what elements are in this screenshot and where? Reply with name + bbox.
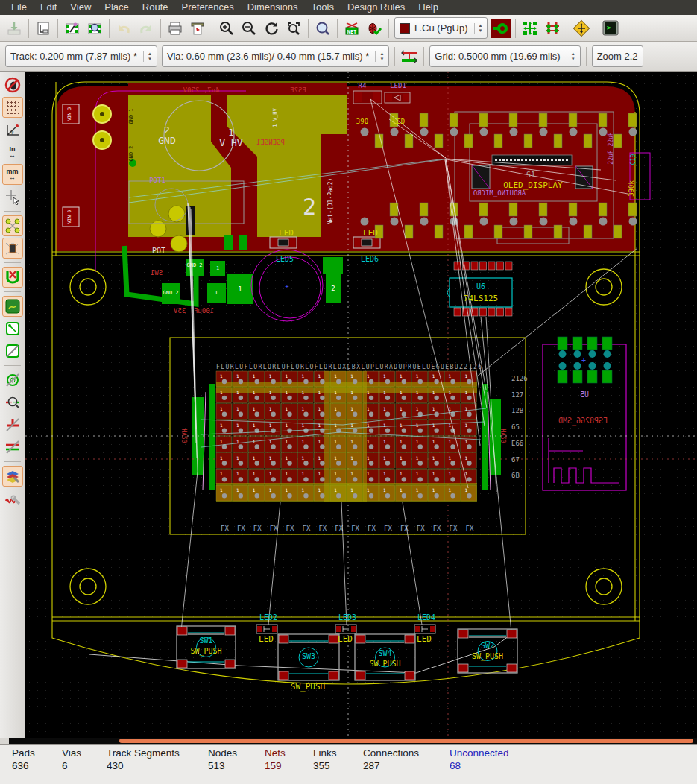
pcb-canvas[interactable]: GND 2 GND 2 1 1 1 2 + (25, 72, 697, 738)
matrix-pad-number: 1 (432, 455, 435, 461)
menu-preferences[interactable]: Preferences (175, 0, 241, 15)
matrix-pad-number: 1 (253, 390, 256, 395)
tracks-sketch-button[interactable] (2, 414, 23, 435)
matrix-pad (222, 477, 227, 481)
zones-nofill-button[interactable] (2, 341, 23, 361)
matrix-pad (467, 477, 471, 481)
find-button[interactable] (312, 17, 334, 39)
drc-button[interactable] (363, 17, 385, 39)
module-editor-button[interactable] (61, 17, 83, 39)
smd-pad (584, 225, 592, 238)
zoom-in-icon (218, 20, 235, 37)
svg-text:1: 1 (228, 127, 234, 138)
undo-button[interactable] (113, 17, 135, 39)
python-console-button[interactable]: >_ (599, 17, 622, 39)
menu-tools[interactable]: Tools (305, 0, 341, 15)
h-scrollbar-thumb[interactable] (119, 739, 693, 743)
matrix-pad-number: 1 (400, 406, 403, 411)
layer-manager-toggle[interactable] (490, 17, 512, 39)
polar-coords-icon: φ (4, 121, 21, 138)
polar-coords-button[interactable]: φ (2, 119, 23, 140)
svg-text:U5: U5 (580, 391, 589, 399)
matrix-cell (412, 437, 428, 452)
footprint-mode-button[interactable] (519, 17, 541, 39)
menu-bar: File Edit View Place Route Preferences D… (0, 0, 697, 15)
h-scrollbar[interactable] (0, 738, 697, 744)
zones-outline-button[interactable] (2, 318, 23, 339)
via-pad (361, 218, 369, 226)
u6-pad (480, 262, 487, 270)
redo-icon (138, 20, 154, 37)
cursor-shape-button[interactable] (2, 186, 23, 207)
matrix-pad-number: 1 (253, 487, 256, 493)
menu-view[interactable]: View (63, 0, 98, 15)
units-inch-button[interactable]: In↔ (2, 142, 23, 162)
zoom-in-button[interactable] (215, 17, 238, 39)
switch-ref: SW1 (199, 636, 212, 645)
menu-edit[interactable]: Edit (34, 0, 63, 15)
grid-select[interactable]: Grid: 0.5000 mm (19.69 mils) ▲▼ (429, 45, 580, 67)
matrix-pad (450, 428, 455, 432)
pads-sketch-button[interactable] (2, 370, 23, 391)
netlist-button[interactable]: NET (341, 17, 363, 39)
module-ratsnest-button[interactable] (2, 238, 23, 259)
svg-text:1 V_HV: 1 V_HV (272, 108, 278, 127)
units-mm-button[interactable]: mm↔ (2, 164, 23, 185)
grid-toggle-button[interactable] (2, 97, 23, 118)
smd-pad (599, 203, 607, 216)
svg-text:>_: >_ (607, 24, 615, 31)
matrix-pad-number: 1 (302, 455, 305, 461)
ratsnest-toggle-button[interactable] (2, 215, 23, 236)
layer-select[interactable]: F.Cu (PgUp) ▲▼ (394, 17, 488, 39)
zoom-select[interactable]: Zoom 2.2 (592, 45, 643, 67)
redo-button[interactable] (135, 17, 157, 39)
zoom-fit-button[interactable] (283, 17, 305, 39)
matrix-pad-number: 1 (236, 423, 239, 428)
save-button[interactable] (3, 17, 25, 39)
layers-manager-button[interactable] (2, 466, 23, 487)
pads-sketch-icon (4, 372, 21, 388)
esp-via (559, 362, 567, 370)
track-width-select[interactable]: Track: 0.200 mm (7.87 mils) * ▲▼ (5, 45, 157, 67)
layer-select-spinner[interactable]: ▲▼ (474, 23, 483, 34)
track-width-spinner[interactable]: ▲▼ (143, 51, 152, 62)
smd-pad (479, 203, 488, 216)
auto-delete-track-button[interactable] (2, 267, 23, 288)
zones-outline-icon (4, 320, 21, 337)
zoom-out-button[interactable] (238, 17, 260, 39)
high-contrast-button[interactable] (2, 437, 23, 458)
zones-show-button[interactable] (2, 296, 23, 317)
auto-track-width-button[interactable] (398, 45, 420, 68)
matrix-pad-number: 1 (286, 423, 288, 428)
footprint-browser-button[interactable] (83, 17, 106, 39)
grid-select-spinner[interactable]: ▲▼ (567, 51, 575, 62)
microwave-tools-button[interactable] (570, 17, 593, 39)
matrix-pad-number: 1 (236, 487, 239, 493)
menu-route[interactable]: Route (136, 0, 175, 15)
redraw-button[interactable] (260, 17, 283, 39)
matrix-cell (216, 469, 232, 484)
switch-pad (177, 627, 187, 635)
matrix-pad (336, 412, 341, 417)
via-pad (391, 218, 399, 226)
menu-file[interactable]: File (4, 0, 34, 15)
matrix-cell (379, 404, 395, 420)
via-size-select[interactable]: Via: 0.60 mm (23.6 mils)/ 0.40 mm (15.7 … (162, 45, 389, 67)
net-names-button[interactable] (2, 392, 23, 413)
matrix-pad (287, 461, 291, 465)
menu-help[interactable]: Help (411, 0, 445, 15)
svg-text:LED: LED (363, 228, 378, 238)
matrix-pad (369, 396, 373, 400)
ratsnest-line (403, 502, 422, 625)
page-settings-button[interactable] (32, 17, 54, 39)
menu-place[interactable]: Place (98, 0, 136, 15)
via-size-spinner[interactable]: ▲▼ (375, 51, 384, 62)
matrix-pad-number: 1 (334, 406, 337, 411)
menu-design-rules[interactable]: Design Rules (341, 0, 411, 15)
plot-button[interactable] (186, 17, 209, 39)
track-mode-button[interactable] (541, 17, 564, 39)
menu-dimensions[interactable]: Dimensions (241, 0, 305, 15)
print-button[interactable] (164, 17, 186, 39)
drc-off-button[interactable] (2, 75, 23, 95)
microwave-toolbar-button[interactable] (2, 488, 23, 509)
